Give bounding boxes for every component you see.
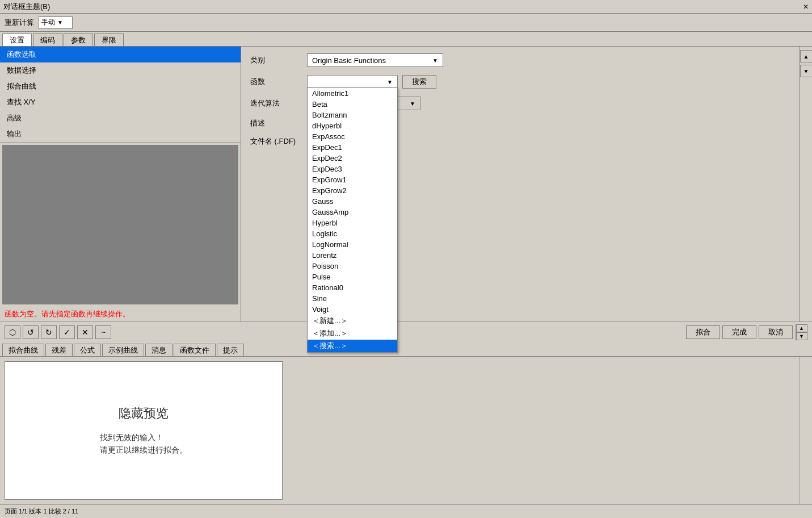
tab-bounds[interactable]: 界限 — [94, 34, 124, 46]
file-label: 文件名 (.FDF) — [250, 136, 307, 147]
search-button[interactable]: 搜索 — [402, 75, 436, 89]
fit-button[interactable]: 拟合 — [686, 325, 720, 339]
func-item-1[interactable]: Beta — [308, 99, 397, 110]
action-icon-1[interactable]: ⬡ — [5, 325, 20, 339]
nav-item-output[interactable]: 输出 — [0, 126, 241, 142]
strip-btn-1[interactable]: ▲ — [800, 50, 813, 62]
function-label: 函数 — [250, 77, 307, 87]
func-item-4[interactable]: ExpAssoc — [308, 131, 397, 142]
cancel-button[interactable]: 取消 — [759, 325, 793, 339]
func-item-3[interactable]: dHyperbl — [308, 120, 397, 131]
recalc-toolbar: 重新计算 手动 ▼ — [0, 14, 812, 32]
preview-tabs-row: 拟合曲线 残差 公式 示例曲线 消息 函数文件 提示 — [0, 342, 812, 357]
action-strip-up[interactable]: ▲ — [796, 324, 807, 332]
func-item-12[interactable]: Hyperbl — [308, 218, 397, 228]
action-icon-3[interactable]: ↻ — [41, 325, 57, 339]
iter-label: 迭代算法 — [250, 98, 307, 108]
func-item-8[interactable]: ExpGrow1 — [308, 174, 397, 185]
function-dropdown[interactable]: ▼ — [307, 75, 398, 89]
nav-list: 函数选取 数据选择 拟合曲线 查找 X/Y 高级 输出 — [0, 47, 241, 143]
tab-encoding[interactable]: 编码 — [33, 34, 62, 46]
status-text: 页面 1/1 版本 1 比较 2 / 11 — [5, 507, 78, 516]
func-item-0[interactable]: Allometric1 — [308, 88, 397, 99]
function-row: 函数 ▼ 搜索 Allometric1 Beta Boltzmann dHype… — [250, 75, 790, 89]
preview-tab-message[interactable]: 消息 — [145, 344, 173, 356]
settings-tabs-row: 设置 编码 参数 界限 — [0, 32, 812, 47]
category-row: 类别 Origin Basic Functions ▼ — [250, 53, 790, 67]
preview-right-empty — [287, 357, 800, 504]
strip-btn-2[interactable]: ▼ — [800, 65, 813, 77]
nav-item-data-select[interactable]: 数据选择 — [0, 62, 241, 78]
func-item-16[interactable]: Poisson — [308, 261, 397, 271]
tab-params[interactable]: 参数 — [64, 34, 93, 46]
recalc-label: 重新计算 — [5, 18, 34, 28]
func-item-new[interactable]: ＜新建...＞ — [308, 315, 397, 327]
bottom-action-bar: ⬡ ↺ ↻ ✓ ✕ ~ 拟合 完成 取消 ▲ ▼ — [0, 321, 812, 342]
function-dropdown-list: Allometric1 Beta Boltzmann dHyperbl ExpA… — [307, 87, 398, 353]
action-strip-down[interactable]: ▼ — [796, 332, 807, 340]
func-item-9[interactable]: ExpGrow2 — [308, 185, 397, 196]
action-icon-4[interactable]: ✓ — [59, 325, 75, 339]
preview-strip — [800, 357, 812, 504]
title-text: 对话框主题(B) — [3, 2, 50, 12]
statusbar: 页面 1/1 版本 1 比较 2 / 11 — [0, 504, 812, 518]
func-item-search[interactable]: ＜搜索...＞ — [308, 340, 397, 352]
preview-tab-residual[interactable]: 残差 — [45, 344, 73, 356]
func-item-add[interactable]: ＜添加...＞ — [308, 327, 397, 340]
func-item-7[interactable]: ExpDec3 — [308, 164, 397, 174]
func-item-17[interactable]: Pulse — [308, 271, 397, 282]
category-dropdown[interactable]: Origin Basic Functions ▼ — [307, 53, 443, 67]
nav-item-advanced[interactable]: 高级 — [0, 110, 241, 126]
func-item-10[interactable]: Gauss — [308, 196, 397, 207]
right-strip: ▲ ▼ — [800, 47, 812, 321]
func-item-5[interactable]: ExpDec1 — [308, 142, 397, 153]
preview-subtitle: 找到无效的输入！ 请更正以继续进行拟合。 — [100, 431, 187, 457]
preview-tab-example[interactable]: 示例曲线 — [102, 344, 144, 356]
func-item-11[interactable]: GaussAmp — [308, 207, 397, 218]
func-item-13[interactable]: Logistic — [308, 228, 397, 239]
func-item-20[interactable]: Voigt — [308, 304, 397, 315]
right-panel: 类别 Origin Basic Functions ▼ 函数 ▼ 搜索 Allo… — [241, 47, 800, 321]
tab-settings[interactable]: 设置 — [2, 34, 32, 46]
nav-item-function-select[interactable]: 函数选取 — [0, 47, 241, 62]
preview-tab-funcfile[interactable]: 函数文件 — [174, 344, 216, 356]
action-icon-2[interactable]: ↺ — [23, 325, 39, 339]
action-icon-5[interactable]: ✕ — [77, 325, 93, 339]
desc-label: 描述 — [250, 118, 307, 128]
preview-tab-fit[interactable]: 拟合曲线 — [2, 344, 44, 356]
category-label: 类别 — [250, 55, 307, 65]
left-panel: 函数选取 数据选择 拟合曲线 查找 X/Y 高级 输出 函数为空。请先指定函数再… — [0, 47, 241, 321]
error-text: 函数为空。请先指定函数再继续操作。 — [0, 307, 241, 321]
func-item-18[interactable]: Rational0 — [308, 282, 397, 293]
action-strip: ▲ ▼ — [795, 324, 807, 340]
nav-item-fit-curve[interactable]: 拟合曲线 — [0, 78, 241, 94]
recalc-select[interactable]: 手动 ▼ — [39, 16, 73, 29]
preview-canvas: 隐藏预览 找到无效的输入！ 请更正以继续进行拟合。 — [5, 361, 283, 500]
func-item-15[interactable]: Lorentz — [308, 250, 397, 261]
func-item-2[interactable]: Boltzmann — [308, 110, 397, 120]
func-item-14[interactable]: LogNormal — [308, 239, 397, 250]
preview-tab-hint[interactable]: 提示 — [217, 344, 244, 356]
preview-title: 隐藏预览 — [119, 405, 169, 422]
title-close-btn[interactable]: ✕ — [803, 3, 809, 11]
title-bar: 对话框主题(B) ✕ — [0, 0, 812, 14]
func-item-19[interactable]: Sine — [308, 293, 397, 304]
action-icon-6[interactable]: ~ — [95, 325, 111, 339]
done-button[interactable]: 完成 — [722, 325, 756, 339]
preview-panel: 隐藏预览 找到无效的输入！ 请更正以继续进行拟合。 — [0, 357, 812, 504]
gray-preview-box — [2, 145, 238, 304]
preview-tab-formula[interactable]: 公式 — [74, 344, 101, 356]
func-item-6[interactable]: ExpDec2 — [308, 153, 397, 164]
dialog-body: 函数选取 数据选择 拟合曲线 查找 X/Y 高级 输出 函数为空。请先指定函数再… — [0, 47, 812, 321]
nav-item-find-xy[interactable]: 查找 X/Y — [0, 94, 241, 110]
